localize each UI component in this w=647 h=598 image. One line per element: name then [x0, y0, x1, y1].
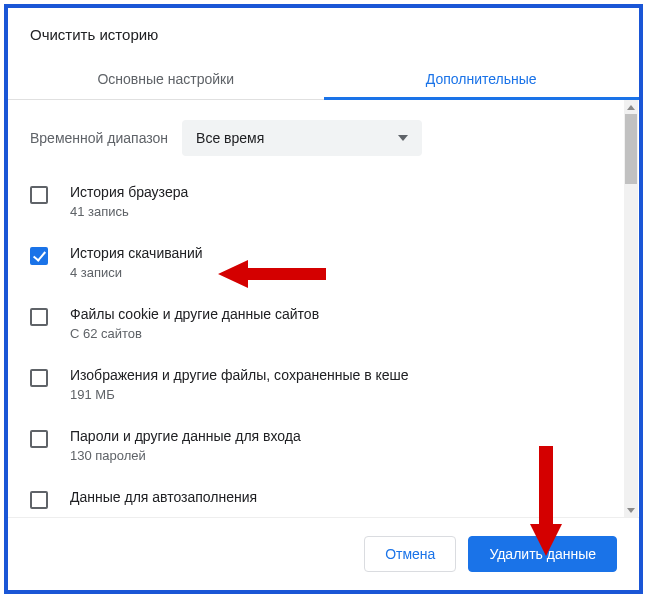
option-texts: Файлы cookie и другие данные сайтов С 62… [70, 306, 319, 341]
option-subtitle: 4 записи [70, 265, 203, 280]
scrollbar-thumb[interactable] [625, 114, 637, 184]
option-title: Изображения и другие файлы, сохраненные … [70, 367, 409, 383]
dialog-title: Очистить историю [8, 8, 639, 57]
cancel-button[interactable]: Отмена [364, 536, 456, 572]
option-texts: История скачиваний 4 записи [70, 245, 203, 280]
option-subtitle: 41 запись [70, 204, 188, 219]
checkbox-autofill[interactable] [30, 491, 48, 509]
scroll-area: Временной диапазон Все время История бра… [8, 100, 639, 517]
option-texts: История браузера 41 запись [70, 184, 188, 219]
option-download-history: История скачиваний 4 записи [30, 231, 617, 292]
option-cookies: Файлы cookie и другие данные сайтов С 62… [30, 292, 617, 353]
option-passwords: Пароли и другие данные для входа 130 пар… [30, 414, 617, 475]
checkbox-download-history[interactable] [30, 247, 48, 265]
tab-basic[interactable]: Основные настройки [8, 57, 324, 100]
chevron-down-icon [398, 135, 408, 141]
option-subtitle: С 62 сайтов [70, 326, 319, 341]
scrollbar-up-button[interactable] [624, 100, 638, 114]
checkbox-cookies[interactable] [30, 308, 48, 326]
scrollbar[interactable] [624, 100, 638, 517]
option-title: Пароли и другие данные для входа [70, 428, 301, 444]
option-cache: Изображения и другие файлы, сохраненные … [30, 353, 617, 414]
time-range-label: Временной диапазон [30, 130, 168, 146]
chevron-down-icon [627, 508, 635, 513]
time-range-row: Временной диапазон Все время [30, 100, 617, 170]
dialog-frame: Очистить историю Основные настройки Допо… [4, 4, 643, 594]
option-autofill: Данные для автозаполнения [30, 475, 617, 517]
option-title: Данные для автозаполнения [70, 489, 257, 505]
tabs: Основные настройки Дополнительные [8, 57, 639, 100]
option-title: История браузера [70, 184, 188, 200]
time-range-select[interactable]: Все время [182, 120, 422, 156]
chevron-up-icon [627, 105, 635, 110]
checkbox-passwords[interactable] [30, 430, 48, 448]
option-subtitle: 191 МБ [70, 387, 409, 402]
scroll-content: Временной диапазон Все время История бра… [8, 100, 639, 517]
option-subtitle: 130 паролей [70, 448, 301, 463]
dialog-footer: Отмена Удалить данные [8, 517, 639, 590]
tab-advanced[interactable]: Дополнительные [324, 57, 640, 100]
option-texts: Данные для автозаполнения [70, 489, 257, 505]
option-texts: Изображения и другие файлы, сохраненные … [70, 367, 409, 402]
checkbox-browsing-history[interactable] [30, 186, 48, 204]
scrollbar-down-button[interactable] [624, 503, 638, 517]
option-browsing-history: История браузера 41 запись [30, 170, 617, 231]
option-title: История скачиваний [70, 245, 203, 261]
option-title: Файлы cookie и другие данные сайтов [70, 306, 319, 322]
confirm-button[interactable]: Удалить данные [468, 536, 617, 572]
option-texts: Пароли и другие данные для входа 130 пар… [70, 428, 301, 463]
checkbox-cache[interactable] [30, 369, 48, 387]
time-range-value: Все время [196, 130, 264, 146]
